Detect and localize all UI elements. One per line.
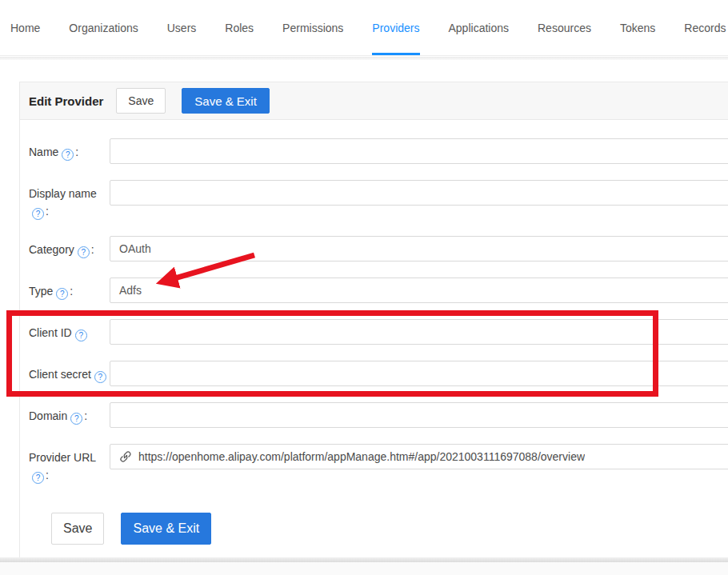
footer-actions: Save Save & Exit [51,513,728,545]
client-secret-label: Client secret? [29,361,110,386]
save-button-top[interactable]: Save [116,88,166,114]
category-label: Category?: [29,236,110,262]
client-secret-label-text: Client secret [29,368,91,381]
help-icon[interactable]: ? [32,472,44,484]
nav-item-users[interactable]: Users [153,0,211,55]
category-select[interactable]: OAuth [110,236,728,262]
help-icon[interactable]: ? [62,149,74,161]
edit-provider-card: Edit Provider Save Save & Exit Name?: Di… [19,82,728,562]
nav-item-roles[interactable]: Roles [210,0,268,55]
name-input[interactable] [110,138,728,164]
help-icon[interactable]: ? [78,246,90,258]
domain-label-colon: : [84,409,87,422]
page-title: Edit Provider [29,94,103,108]
provider-url-value: https://openhome.alipay.com/platform/app… [138,450,585,463]
nav-item-records[interactable]: Records [670,0,728,55]
domain-label-text: Domain [29,409,67,422]
provider-url-input[interactable]: https://openhome.alipay.com/platform/app… [110,444,728,469]
display-name-label-text: Display name [29,187,97,200]
category-label-text: Category [29,243,74,256]
name-label-colon: : [75,146,78,158]
form-row-category: Category?: OAuth [29,236,728,262]
domain-input[interactable] [110,402,728,428]
nav-item-tokens[interactable]: Tokens [606,0,670,55]
edit-provider-form: Name?: Display name?: Category?: OAuth [20,120,728,545]
provider-url-label-text: Provider URL [29,451,96,464]
type-select[interactable]: Adfs [110,278,728,303]
nav-item-home[interactable]: Home [0,0,54,55]
form-row-provider-url: Provider URL?: https://openhome.alipay.c… [29,444,728,484]
help-icon[interactable]: ? [56,288,68,300]
nav-item-permissions[interactable]: Permissions [268,0,358,55]
page-bottom-area [0,562,728,575]
form-row-name: Name?: [29,138,728,164]
top-nav: Home Organizations Users Roles Permissio… [0,0,728,56]
link-icon [119,450,132,463]
name-label-text: Name [29,146,58,158]
nav-bottom-shadow [0,57,728,60]
card-header: Edit Provider Save Save & Exit [20,82,728,120]
client-id-label-text: Client ID [29,326,72,339]
display-name-label: Display name?: [29,180,110,220]
help-icon[interactable]: ? [70,413,82,425]
help-icon[interactable]: ? [32,208,44,220]
display-name-label-colon: : [46,205,49,218]
form-row-display-name: Display name?: [29,180,728,220]
nav-item-resources[interactable]: Resources [523,0,606,55]
save-and-exit-button-top[interactable]: Save & Exit [182,88,270,114]
provider-url-label-colon: : [46,469,49,481]
save-button-bottom[interactable]: Save [51,513,104,545]
form-row-client-id: Client ID? [29,319,728,345]
type-label-text: Type [29,285,53,297]
type-selected-value: Adfs [119,284,142,297]
form-row-client-secret: Client secret? [29,361,728,386]
form-row-domain: Domain?: [29,402,728,428]
category-selected-value: OAuth [119,242,151,255]
name-label: Name?: [29,138,110,164]
provider-url-label: Provider URL?: [29,444,110,484]
help-icon[interactable]: ? [94,371,106,383]
client-secret-input[interactable] [110,361,728,386]
client-id-label: Client ID? [29,319,110,345]
nav-item-providers[interactable]: Providers [358,0,434,55]
save-and-exit-button-bottom[interactable]: Save & Exit [121,513,211,545]
type-label: Type?: [29,278,110,303]
category-label-colon: : [91,243,94,256]
display-name-input[interactable] [110,180,728,206]
form-row-type: Type?: Adfs [29,278,728,303]
help-icon[interactable]: ? [75,329,87,341]
nav-item-applications[interactable]: Applications [434,0,524,55]
client-id-input[interactable] [110,319,728,345]
nav-item-organizations[interactable]: Organizations [54,0,152,55]
domain-label: Domain?: [29,402,110,428]
type-label-colon: : [70,285,73,297]
